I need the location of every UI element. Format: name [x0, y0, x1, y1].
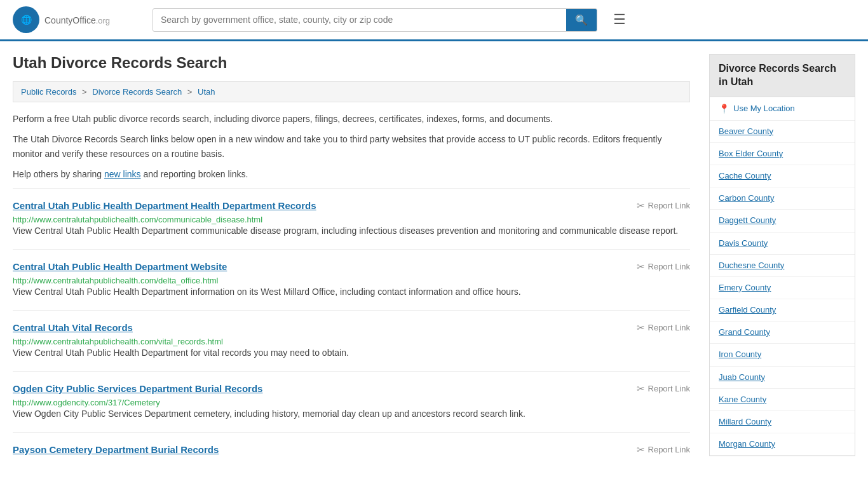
result-item: Payson Cemetery Department Burial Record…: [13, 432, 690, 470]
result-title[interactable]: Central Utah Vital Records: [13, 322, 133, 333]
county-list-item: Grand County: [710, 322, 855, 344]
description-1: Perform a free Utah public divorce recor…: [13, 112, 690, 126]
county-link[interactable]: Daggett County: [710, 210, 855, 231]
result-title[interactable]: Ogden City Public Services Department Bu…: [13, 383, 262, 394]
breadcrumb-sep-1: >: [82, 87, 89, 97]
breadcrumb-divorce-records[interactable]: Divorce Records Search: [92, 87, 182, 97]
county-link[interactable]: Emery County: [710, 277, 855, 299]
county-link[interactable]: Kane County: [710, 389, 855, 410]
county-list: Beaver CountyBox Elder CountyCache Count…: [710, 121, 855, 456]
report-link-label: Report Link: [648, 262, 690, 271]
report-link-button[interactable]: ✂ Report Link: [637, 322, 690, 334]
content-area: Utah Divorce Records Search Public Recor…: [13, 54, 690, 470]
county-link[interactable]: Cache County: [710, 165, 855, 187]
report-link-label: Report Link: [648, 384, 690, 393]
county-list-item: Iron County: [710, 344, 855, 366]
county-link[interactable]: Millard County: [710, 411, 855, 433]
location-icon: 📍: [719, 104, 729, 114]
county-link[interactable]: Morgan County: [710, 433, 855, 455]
sidebar-title: Divorce Records Search in Utah: [709, 54, 855, 97]
county-link[interactable]: Box Elder County: [710, 143, 855, 165]
search-button[interactable]: 🔍: [566, 9, 597, 31]
county-list-item: Carbon County: [710, 187, 855, 210]
logo-suffix: .org: [96, 16, 110, 25]
logo-name: CountyOffice: [44, 15, 96, 25]
result-header: Payson Cemetery Department Burial Record…: [13, 444, 690, 456]
result-header: Central Utah Public Health Department He…: [13, 200, 690, 212]
county-list-item: Daggett County: [710, 210, 855, 232]
main-container: Utah Divorce Records Search Public Recor…: [0, 41, 868, 482]
result-header: Central Utah Vital Records ✂ Report Link: [13, 322, 690, 334]
report-icon: ✂: [637, 261, 645, 273]
result-title[interactable]: Central Utah Public Health Department He…: [13, 200, 316, 211]
report-link-label: Report Link: [648, 323, 690, 332]
county-list-item: Duchesne County: [710, 255, 855, 277]
county-link[interactable]: Carbon County: [710, 187, 855, 209]
county-link[interactable]: Garfield County: [710, 299, 855, 321]
new-links-link[interactable]: new links: [104, 169, 141, 179]
result-item: Ogden City Public Services Department Bu…: [13, 371, 690, 432]
report-icon: ✂: [637, 200, 645, 212]
result-title[interactable]: Central Utah Public Health Department We…: [13, 261, 227, 272]
result-url[interactable]: http://www.centralutahpublichealth.com/d…: [13, 276, 219, 285]
county-link[interactable]: Juab County: [710, 367, 855, 388]
county-list-item: Juab County: [710, 367, 855, 389]
county-link[interactable]: Grand County: [710, 322, 855, 343]
county-link[interactable]: Duchesne County: [710, 255, 855, 276]
logo-text: CountyOffice.org: [44, 13, 110, 27]
result-title[interactable]: Payson Cemetery Department Burial Record…: [13, 444, 219, 455]
report-link-label: Report Link: [648, 445, 690, 454]
report-link-button[interactable]: ✂ Report Link: [637, 444, 690, 456]
result-item: Central Utah Public Health Department We…: [13, 249, 690, 310]
hamburger-icon: ☰: [613, 11, 626, 27]
county-link[interactable]: Davis County: [710, 233, 855, 254]
report-link-button[interactable]: ✂ Report Link: [637, 200, 690, 212]
county-list-item: Kane County: [710, 389, 855, 411]
result-description: View Central Utah Public Health Departme…: [13, 285, 690, 299]
county-link[interactable]: Iron County: [710, 344, 855, 365]
search-bar: 🔍: [153, 8, 597, 32]
county-list-item: Garfield County: [710, 299, 855, 322]
county-list-item: Box Elder County: [710, 143, 855, 165]
county-list-item: Millard County: [710, 411, 855, 433]
report-icon: ✂: [637, 383, 645, 395]
result-description: View Ogden City Public Services Departme…: [13, 407, 690, 421]
hamburger-button[interactable]: ☰: [610, 8, 629, 31]
results-list: Central Utah Public Health Department He…: [13, 188, 690, 470]
result-url[interactable]: http://www.centralutahpublichealth.com/c…: [13, 215, 262, 224]
svg-text:🌐: 🌐: [21, 15, 32, 25]
breadcrumb-utah[interactable]: Utah: [198, 87, 215, 97]
county-list-item: Cache County: [710, 165, 855, 187]
result-header: Ogden City Public Services Department Bu…: [13, 383, 690, 395]
header: 🌐 CountyOffice.org 🔍 ☰: [0, 0, 868, 41]
report-link-button[interactable]: ✂ Report Link: [637, 261, 690, 273]
breadcrumb: Public Records > Divorce Records Search …: [13, 81, 690, 102]
sidebar: Divorce Records Search in Utah 📍 Use My …: [709, 54, 855, 470]
report-icon: ✂: [637, 444, 645, 456]
result-url[interactable]: http://www.ogdencity.com/317/Cemetery: [13, 398, 160, 407]
logo-area: 🌐 CountyOffice.org: [13, 6, 140, 33]
county-list-item: Beaver County: [710, 121, 855, 143]
page-title: Utah Divorce Records Search: [13, 54, 690, 72]
county-list-item: Morgan County: [710, 433, 855, 456]
result-header: Central Utah Public Health Department We…: [13, 261, 690, 273]
sidebar-content: 📍 Use My Location Beaver CountyBox Elder…: [709, 97, 855, 457]
breadcrumb-sep-2: >: [187, 87, 194, 97]
logo-icon: 🌐: [13, 6, 39, 33]
description-2: The Utah Divorce Records Search links be…: [13, 132, 690, 161]
result-url[interactable]: http://www.centralutahpublichealth.com/v…: [13, 337, 223, 346]
result-item: Central Utah Vital Records ✂ Report Link…: [13, 310, 690, 371]
desc3-suffix: and reporting broken links.: [141, 169, 248, 179]
report-icon: ✂: [637, 322, 645, 334]
report-link-button[interactable]: ✂ Report Link: [637, 383, 690, 395]
result-description: View Central Utah Public Health Departme…: [13, 224, 690, 238]
search-icon: 🔍: [575, 15, 588, 25]
county-link[interactable]: Beaver County: [710, 121, 855, 142]
result-item: Central Utah Public Health Department He…: [13, 188, 690, 249]
use-location-button[interactable]: 📍 Use My Location: [710, 97, 855, 121]
county-list-item: Davis County: [710, 233, 855, 255]
breadcrumb-public-records[interactable]: Public Records: [21, 87, 76, 97]
result-description: View Central Utah Public Health Departme…: [13, 346, 690, 360]
search-input[interactable]: [153, 10, 566, 30]
desc3-prefix: Help others by sharing: [13, 169, 104, 179]
